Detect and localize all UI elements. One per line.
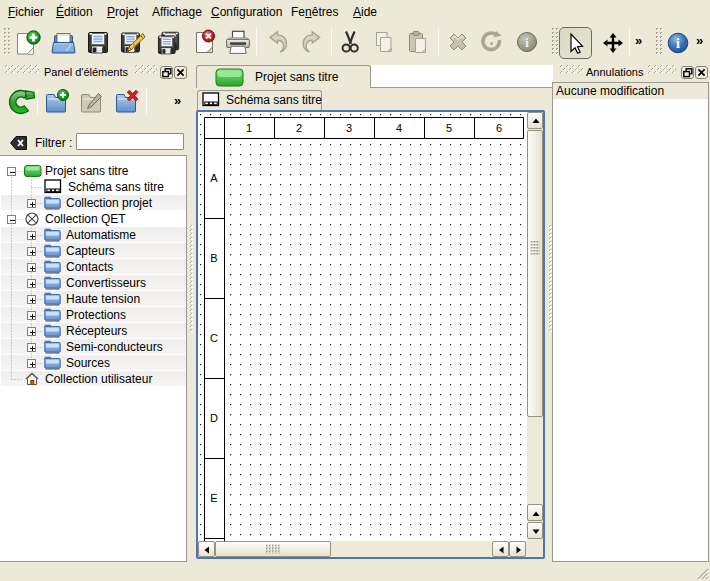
svg-text:B: B: [210, 252, 217, 264]
svg-text:3: 3: [346, 122, 352, 134]
svg-text:6: 6: [496, 122, 502, 134]
svg-text:A: A: [210, 172, 218, 184]
svg-text:E: E: [210, 492, 217, 504]
svg-text:1: 1: [246, 122, 252, 134]
svg-text:2: 2: [296, 122, 302, 134]
svg-text:5: 5: [446, 122, 452, 134]
svg-text:4: 4: [396, 122, 402, 134]
svg-text:D: D: [210, 412, 218, 424]
svg-text:C: C: [210, 332, 218, 344]
